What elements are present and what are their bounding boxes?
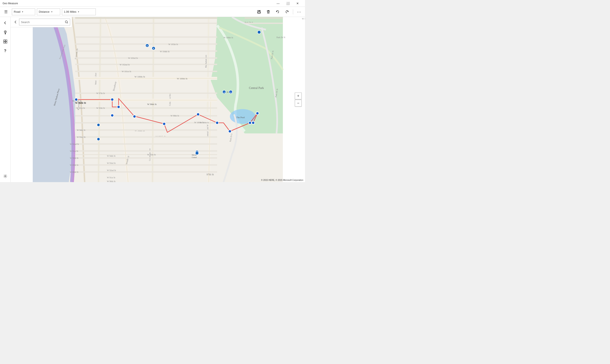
location-pin-button[interactable] — [1, 28, 10, 36]
svg-rect-12 — [5, 40, 7, 41]
back-button[interactable] — [1, 19, 10, 27]
search-back-button[interactable] — [12, 19, 19, 26]
svg-rect-2 — [258, 12, 260, 13]
close-button[interactable]: ✕ — [293, 0, 302, 7]
svg-text:W 98th St: W 98th St — [171, 115, 179, 117]
sidebar-bottom — [1, 172, 10, 181]
svg-text:W 94th St: W 94th St — [107, 155, 116, 157]
undo-button[interactable] — [273, 8, 282, 16]
titlebar: Geo Measure — ⬜ ✕ — [0, 0, 305, 7]
svg-text:W 101st St: W 101st St — [122, 70, 131, 73]
maximize-button[interactable]: ⬜ — [283, 0, 293, 7]
svg-text:Manhattan Ave: Manhattan Ave — [205, 55, 207, 68]
window-controls: — ⬜ ✕ — [273, 0, 302, 7]
layers-icon — [3, 39, 7, 44]
svg-text:W 100th St: W 100th St — [200, 122, 209, 124]
svg-text:W 91st St: W 91st St — [107, 176, 115, 179]
svg-point-15 — [5, 176, 6, 177]
svg-text:W 100th St: W 100th St — [177, 77, 188, 80]
search-submit-button[interactable] — [63, 19, 70, 26]
svg-text:W 105th St: W 105th St — [168, 43, 178, 46]
delete-icon — [266, 10, 271, 14]
toolbar-divider — [293, 9, 293, 14]
back-icon — [3, 21, 7, 25]
svg-point-119 — [133, 115, 136, 118]
undo-icon — [275, 10, 280, 14]
road-type-arrow: ▾ — [22, 11, 23, 13]
map-area[interactable]: The Pool Central Park Henry Hudson Pkwy … — [11, 17, 305, 182]
map-canvas: The Pool Central Park Henry Hudson Pkwy … — [11, 17, 305, 182]
svg-text:W 104th St: W 104th St — [160, 50, 170, 53]
redo-icon — [285, 10, 289, 14]
measure-value-label: 1.06 Miles — [64, 10, 76, 13]
svg-point-123 — [229, 130, 231, 133]
redo-button[interactable] — [283, 8, 291, 16]
svg-point-115 — [75, 98, 78, 101]
svg-point-120 — [163, 122, 166, 125]
more-button[interactable]: ⋯ — [295, 8, 303, 16]
svg-rect-14 — [5, 42, 7, 43]
svg-text:M: M — [224, 91, 225, 93]
svg-text:W 94th St: W 94th St — [77, 129, 86, 131]
main-content: ? — [0, 17, 305, 182]
search-input-wrap — [19, 19, 70, 26]
svg-text:W 91st St: W 91st St — [70, 150, 78, 152]
svg-point-125 — [256, 112, 259, 115]
svg-text:W 93rd St: W 93rd St — [77, 136, 86, 138]
svg-text:B: B — [153, 48, 154, 50]
svg-text:W 92nd St: W 92nd St — [107, 169, 116, 171]
svg-point-10 — [5, 31, 6, 32]
svg-text:Central Park: Central Park — [249, 86, 264, 90]
svg-point-121 — [197, 113, 200, 116]
save-button[interactable] — [255, 8, 263, 16]
svg-rect-4 — [268, 10, 269, 11]
menu-button[interactable]: ☰ — [2, 8, 10, 16]
svg-point-124 — [249, 121, 252, 124]
layers-button[interactable] — [1, 37, 10, 46]
svg-point-117 — [117, 105, 120, 108]
svg-point-103 — [258, 30, 261, 34]
svg-point-112 — [97, 123, 100, 126]
zoom-out-button[interactable]: − — [295, 100, 302, 106]
svg-text:W 106th St: W 106th St — [224, 36, 233, 39]
measure-type-arrow: ▾ — [51, 11, 52, 13]
settings-button[interactable] — [1, 172, 10, 181]
measure-value-dropdown[interactable]: 1.06 Miles ▾ — [62, 9, 96, 15]
svg-point-118 — [111, 114, 114, 117]
svg-text:W 102nd St: W 102nd St — [120, 64, 130, 66]
svg-text:W 90th St: W 90th St — [70, 157, 79, 159]
svg-text:W 95th St: W 95th St — [96, 107, 105, 109]
svg-text:Central Park W: Central Park W — [206, 124, 209, 138]
measure-type-dropdown[interactable]: Distance ▾ — [37, 9, 60, 15]
svg-text:W 97th St: W 97th St — [96, 92, 105, 94]
zoom-in-button[interactable]: + — [295, 92, 302, 99]
search-input[interactable] — [19, 21, 63, 24]
svg-line-17 — [67, 23, 68, 24]
sidebar: ? — [0, 17, 11, 182]
road-type-label: Road — [14, 10, 20, 13]
search-magnifier-icon — [65, 20, 68, 24]
svg-text:W 112th St: W 112th St — [302, 18, 305, 20]
svg-point-114 — [195, 151, 199, 155]
measure-value-arrow: ▾ — [78, 11, 79, 13]
svg-text:W 96th St: W 96th St — [147, 103, 157, 105]
svg-point-116 — [111, 98, 114, 101]
delete-button[interactable] — [264, 8, 272, 16]
app-title: Geo Measure — [2, 2, 273, 5]
svg-text:W 90th St: W 90th St — [107, 180, 116, 182]
svg-text:B: B — [147, 45, 148, 47]
help-button[interactable]: ? — [1, 47, 10, 55]
svg-text:W 93rd St: W 93rd St — [107, 162, 116, 164]
search-back-icon — [14, 20, 17, 24]
svg-point-122 — [216, 121, 219, 124]
svg-point-126 — [252, 121, 255, 124]
svg-rect-13 — [4, 42, 5, 43]
svg-text:W 95th St: W 95th St — [77, 107, 85, 109]
search-panel — [11, 17, 72, 27]
road-type-dropdown[interactable]: Road ▾ — [12, 9, 35, 15]
map-copyright: © 2015 HERE, © 2015 Microsoft Corporatio… — [261, 179, 303, 181]
save-icon — [257, 10, 261, 14]
minimize-button[interactable]: — — [273, 0, 283, 7]
svg-text:W 92nd St: W 92nd St — [70, 143, 79, 145]
svg-text:W 88th St: W 88th St — [70, 171, 79, 173]
